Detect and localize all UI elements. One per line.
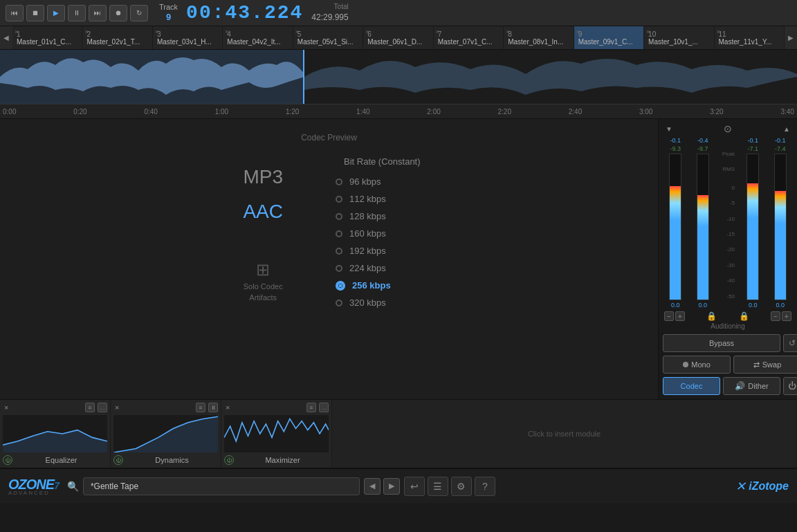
module-max-btn-2[interactable]: … (319, 403, 329, 412)
swap-button[interactable]: ⇄ Swap (733, 356, 797, 374)
meter-group-left: -0.1 -9.3 0.0 -0.4 -9.7 0.0 (663, 137, 715, 309)
bitrate-224[interactable]: 224 kbps (330, 260, 421, 276)
track-close-11[interactable]: × (717, 28, 720, 35)
meter-channel-right2: -0.1 -7.4 0.0 (768, 137, 794, 309)
module-dyn-btn-1[interactable]: ≡ (196, 403, 205, 412)
track-info: Track 9 (159, 3, 178, 23)
codec-tab-button[interactable]: Codec (663, 377, 720, 395)
track-close-1[interactable]: × (15, 28, 18, 35)
search-input[interactable] (83, 477, 360, 495)
bitrate-160[interactable]: 160 kbps (330, 226, 421, 241)
redo-button[interactable]: ↺ (783, 334, 797, 352)
track-nav-next[interactable]: ▶ (785, 26, 797, 49)
codec-mp3[interactable]: MP3 (237, 163, 288, 191)
meter-plus-right[interactable]: + (782, 311, 791, 321)
search-nav-buttons: ◀ ▶ (364, 478, 400, 495)
dither-power-button[interactable]: ⏻ (783, 377, 797, 395)
module-dyn-power[interactable]: ⏻ (113, 455, 123, 465)
action-buttons: ↩ ☰ ⚙ ? (404, 477, 495, 496)
meter-bar-container-right (697, 154, 709, 300)
codec-row: Codec 🔊 Dither ⏻ (663, 377, 797, 395)
track-close-6[interactable]: × (365, 28, 369, 35)
track-close-8[interactable]: × (506, 28, 509, 35)
track-close-9[interactable]: × (576, 28, 580, 35)
module-equalizer-close[interactable]: × (3, 403, 10, 412)
track-close-10[interactable]: × (646, 28, 650, 35)
pause-button[interactable]: ⏸ (68, 5, 86, 21)
meter-header: ▼ ⊙ ▲ (663, 123, 793, 134)
meter-bottom-left: 0.0 (671, 302, 680, 309)
meter-plus-left[interactable]: + (675, 311, 685, 321)
dither-icon: 🔊 (735, 381, 745, 391)
track-close-5[interactable]: × (295, 28, 299, 35)
module-eq-power[interactable]: ⏻ (3, 455, 12, 465)
search-area: 🔍 ◀ ▶ ↩ ☰ ⚙ ? (67, 477, 727, 496)
track-tab-9[interactable]: × 9 Master_09v1_C... (574, 26, 644, 49)
solo-codec-artifacts[interactable]: ⊞ Solo Codec Artifacts (244, 260, 283, 302)
module-eq-btn-2[interactable]: … (98, 403, 107, 412)
insert-module-slot[interactable]: Click to insert module (332, 400, 797, 468)
bitrate-320[interactable]: 320 kbps (330, 295, 421, 311)
undo-button[interactable]: ↩ (404, 477, 425, 496)
track-tab-7[interactable]: × 7 Master_07v1_C... (434, 26, 504, 49)
bitrate-dot-160 (336, 230, 342, 237)
track-tab-1[interactable]: × 1 Master_01v1_C... (12, 26, 82, 49)
track-close-4[interactable]: × (225, 28, 228, 35)
bitrate-256[interactable]: 256 kbps (330, 277, 421, 293)
module-maximizer: × ≡ … ⏻ Maximizer (221, 400, 332, 468)
meter-minus-right[interactable]: − (771, 311, 780, 321)
search-prev-button[interactable]: ◀ (364, 478, 381, 495)
search-next-button[interactable]: ▶ (383, 478, 400, 495)
list-button[interactable]: ☰ (428, 477, 448, 496)
playhead[interactable] (303, 50, 304, 104)
meter-bar-right (697, 195, 708, 300)
track-close-2[interactable]: × (84, 28, 88, 35)
track-tab-2[interactable]: × 2 Master_02v1_T... (82, 26, 152, 49)
settings-button[interactable]: ⚙ (451, 477, 472, 496)
track-tab-4[interactable]: × 4 Master_04v2_It... (223, 26, 293, 49)
track-tab-6[interactable]: × 6 Master_06v1_D... (363, 26, 433, 49)
waveform-canvas[interactable] (0, 50, 797, 104)
bitrate-96[interactable]: 96 kbps (330, 174, 421, 190)
play-button[interactable]: ▶ (47, 5, 65, 21)
module-eq-btn-1[interactable]: ≡ (85, 403, 95, 412)
track-tab-11[interactable]: × 11 Master_11v1_Y... (715, 26, 785, 49)
module-max-power[interactable]: ⏻ (224, 455, 234, 465)
bitrate-dot-96 (336, 178, 342, 185)
track-tab-5[interactable]: × 5 Master_05v1_Si... (293, 26, 363, 49)
timeline-ruler: 0:00 0:20 0:40 1:00 1:20 1:40 2:00 2:20 … (0, 104, 797, 119)
help-button[interactable]: ? (475, 477, 495, 496)
codec-aac[interactable]: AAC (237, 198, 288, 226)
dither-button[interactable]: 🔊 Dither (723, 377, 780, 395)
meter-bar-left2 (747, 183, 758, 300)
module-max-btn-1[interactable]: ≡ (306, 403, 316, 412)
module-maximizer-name: Maximizer (237, 456, 329, 464)
bypass-button[interactable]: Bypass (663, 334, 780, 352)
module-maximizer-close[interactable]: × (224, 403, 231, 412)
module-eq-thumb[interactable] (3, 415, 107, 452)
bitrate-192[interactable]: 192 kbps (330, 243, 421, 259)
track-tab-10[interactable]: × 10 Master_10v1_... (644, 26, 714, 49)
meter-bar-container-left2 (746, 154, 759, 300)
module-dyn-pause[interactable]: ⏸ (208, 403, 218, 412)
module-dynamics-thumb[interactable] (113, 415, 218, 452)
bitrate-112[interactable]: 112 kbps (330, 191, 421, 207)
module-dynamics-close[interactable]: × (113, 403, 120, 412)
track-nav-prev[interactable]: ◀ (0, 26, 12, 49)
record-button[interactable]: ⏺ (109, 5, 127, 21)
bitrate-128[interactable]: 128 kbps (330, 208, 421, 224)
meter-minus-left[interactable]: − (664, 311, 674, 321)
track-close-7[interactable]: × (436, 28, 439, 35)
module-maximizer-thumb[interactable] (224, 415, 329, 452)
mono-button[interactable]: Mono (663, 356, 731, 374)
ozone-logo-area: OZONE7 ADVANCED (8, 477, 59, 496)
module-dynamics-header: × ≡ ⏸ (113, 403, 218, 412)
track-tab-8[interactable]: × 8 Master_08v1_In... (504, 26, 574, 49)
track-close-3[interactable]: × (155, 28, 158, 35)
stop-button[interactable]: ⏹ (26, 5, 44, 21)
track-tab-3[interactable]: × 3 Master_03v1_H... (153, 26, 223, 49)
loop-button[interactable]: ↻ (130, 5, 148, 21)
rewind-button[interactable]: ⏮ (6, 5, 24, 21)
meter-channel-right: -0.4 -9.7 0.0 (690, 137, 716, 309)
fast-forward-button[interactable]: ⏭ (89, 5, 107, 21)
